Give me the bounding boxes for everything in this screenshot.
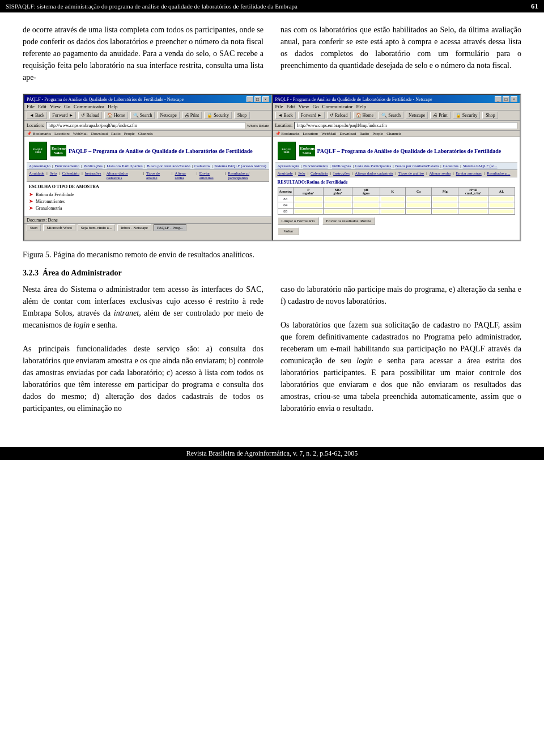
row3-mo[interactable] <box>325 210 351 213</box>
r-nav-publicacoes[interactable]: Publicações <box>332 164 351 168</box>
row2-ca[interactable] <box>407 203 430 207</box>
row2-al[interactable] <box>490 203 513 207</box>
btn-back[interactable]: ◄ Back <box>27 112 47 119</box>
menu-go[interactable]: Go <box>64 104 70 109</box>
subnav-alterar[interactable]: Alterar dados cadastrais <box>107 171 141 180</box>
r-maximize-btn[interactable]: □ <box>503 96 509 102</box>
r-menu-edit[interactable]: Edit <box>287 104 295 109</box>
btn-forward[interactable]: Forward ► <box>49 112 76 119</box>
r-nav-cadastros[interactable]: Cadastros <box>443 164 459 168</box>
r-subnav-resultados[interactable]: Resultados p... <box>487 171 510 176</box>
row3-ca[interactable] <box>407 210 430 213</box>
nav-lista[interactable]: Lista dos Participantes <box>107 164 142 168</box>
row2-hal[interactable] <box>460 203 487 207</box>
subnav-calendario[interactable]: Calendário <box>62 171 79 180</box>
btn-reload[interactable]: ↺ Reload <box>78 112 102 119</box>
row3-al[interactable] <box>490 210 513 213</box>
r-subnav-enviar[interactable]: Enviar amostras <box>456 171 482 176</box>
r-menu-go[interactable]: Go <box>312 104 318 109</box>
nav-publicacoes[interactable]: Publicações <box>83 164 102 168</box>
r-subnav-selo[interactable]: Selo <box>298 171 305 176</box>
row1-al[interactable] <box>490 197 513 201</box>
r-minimize-btn[interactable]: _ <box>495 96 502 102</box>
row3-p[interactable] <box>295 210 322 213</box>
r-menu-view[interactable]: View <box>299 104 309 109</box>
menu-view[interactable]: View <box>50 104 61 109</box>
r-nav-apresentacao[interactable]: Apresentação <box>278 164 299 168</box>
bm-bookmarks[interactable]: 📌 Bookmarks <box>27 131 51 136</box>
r-subnav-senha[interactable]: Alterar senha <box>430 171 451 176</box>
bm-download[interactable]: Download <box>91 131 108 136</box>
r-close-btn[interactable]: × <box>511 96 517 102</box>
btn-voltar[interactable]: Voltar <box>278 227 300 235</box>
row1-hal[interactable] <box>460 197 487 201</box>
r-subnav-instrucoes[interactable]: Instruções <box>333 171 350 176</box>
location-input[interactable]: http://www.cnps.embrapa.br/paqlf/mp/inde… <box>46 122 245 129</box>
whats-related[interactable]: What's Relate <box>247 124 269 128</box>
bm-people[interactable]: People <box>124 131 135 136</box>
subnav-selo[interactable]: Selo <box>50 171 57 180</box>
nav-apresentacao[interactable]: Apresentação <box>29 164 50 168</box>
amostra-granulometria[interactable]: ➤ Granulometria <box>29 205 267 211</box>
r-menu-communicator[interactable]: Communicator <box>322 104 352 109</box>
btn-limpar[interactable]: Limpar o Formulário <box>278 217 319 225</box>
r-bm-radio[interactable]: Radio <box>359 131 369 136</box>
row3-k[interactable] <box>381 210 404 213</box>
row1-ph[interactable] <box>354 197 379 201</box>
bm-webmail[interactable]: WebMail <box>73 131 88 136</box>
taskbar-start[interactable]: Start <box>27 224 41 231</box>
row1-ca[interactable] <box>407 197 430 201</box>
r-subnav-alterar[interactable]: Alterar dados cadastrais <box>355 171 393 176</box>
r-bm-bookmarks[interactable]: 📌 Bookmarks <box>275 131 300 136</box>
subnav-resultados[interactable]: Resultados p/ participantes <box>228 171 266 180</box>
r-btn-netscape[interactable]: Netscape <box>406 112 428 119</box>
row3-hal[interactable] <box>460 210 487 213</box>
close-btn[interactable]: × <box>262 96 269 102</box>
row1-p[interactable] <box>295 197 322 201</box>
btn-shop[interactable]: Shop <box>234 112 250 119</box>
btn-enviar[interactable]: Enviar os resultados: Rotina <box>322 217 375 225</box>
r-btn-search[interactable]: 🔍 Search <box>379 112 403 119</box>
subnav-instrucoes[interactable]: Instruções <box>85 171 101 180</box>
row2-k[interactable] <box>381 203 404 207</box>
r-btn-home[interactable]: 🏠 Home <box>353 112 377 119</box>
row2-mg[interactable] <box>433 203 457 207</box>
r-nav-busca[interactable]: Busca por resultado/Estado <box>396 164 439 168</box>
row3-ph[interactable] <box>354 210 379 213</box>
nav-funcionamento[interactable]: Funcionamento <box>55 164 80 168</box>
btn-security[interactable]: 🔒 Security <box>204 112 232 119</box>
r-nav-lista[interactable]: Lista dos Participantes <box>355 164 391 168</box>
btn-netscape[interactable]: Netscape <box>157 112 179 119</box>
menu-file[interactable]: File <box>27 104 35 109</box>
r-btn-shop[interactable]: Shop <box>482 112 498 119</box>
r-nav-sistema[interactable]: Sistema PAQLF (ac... <box>463 164 498 168</box>
taskbar-paqlf[interactable]: PAQLF - Prog... <box>154 224 186 231</box>
nav-sistema[interactable]: Sistema PAQLF (acesso restrito) <box>214 164 266 168</box>
r-bm-download[interactable]: Download <box>339 131 356 136</box>
r-menu-help[interactable]: Help <box>356 104 366 109</box>
taskbar-word[interactable]: Microsoft Word <box>43 224 75 231</box>
btn-search[interactable]: 🔍 Search <box>130 112 155 119</box>
r-btn-security[interactable]: 🔒 Security <box>453 112 481 119</box>
r-subnav-anuidade[interactable]: Anuidade <box>278 171 293 176</box>
r-btn-forward[interactable]: Forward ► <box>298 112 325 119</box>
row2-p[interactable] <box>295 203 322 207</box>
r-subnav-tipos[interactable]: Tipos de análise <box>398 171 424 176</box>
taskbar-welcome[interactable]: Seja bem-vindo à... <box>78 224 115 231</box>
subnav-enviar[interactable]: Enviar amostras <box>199 171 223 180</box>
amostra-rotina[interactable]: ➤ Rotina da Fertilidade <box>29 192 267 197</box>
btn-print[interactable]: 🖨 Print <box>182 112 202 119</box>
row2-mo[interactable] <box>325 203 351 207</box>
row1-mg[interactable] <box>433 197 457 201</box>
btn-home[interactable]: 🏠 Home <box>104 112 128 119</box>
r-bm-webmail[interactable]: WebMail <box>321 131 336 136</box>
r-btn-back[interactable]: ◄ Back <box>275 112 296 119</box>
maximize-btn[interactable]: □ <box>254 96 261 102</box>
nav-busca[interactable]: Busca por resultado/Estado <box>147 164 190 168</box>
r-btn-print[interactable]: 🖨 Print <box>430 112 450 119</box>
menu-help[interactable]: Help <box>108 104 118 109</box>
row3-mg[interactable] <box>433 210 457 213</box>
r-bm-channels[interactable]: Channels <box>386 131 401 136</box>
row1-mo[interactable] <box>325 197 351 201</box>
subnav-tipos[interactable]: Tipos de análise <box>146 171 169 180</box>
